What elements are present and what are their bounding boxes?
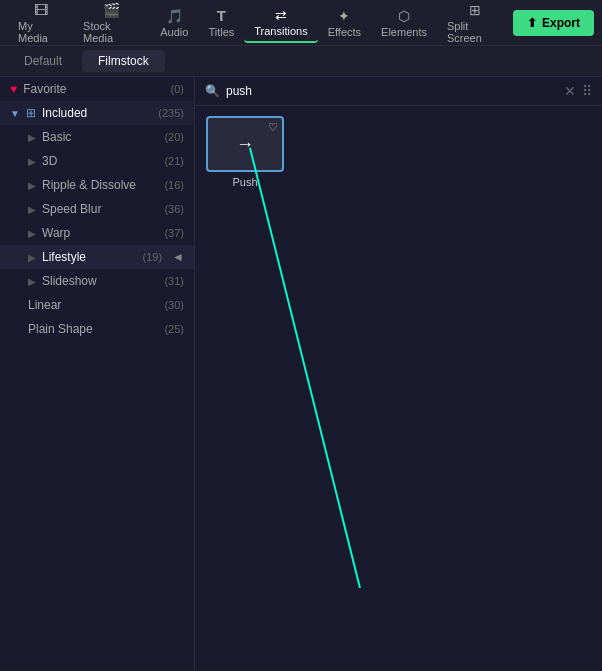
nav-audio-label: Audio [160, 26, 188, 38]
nav-my-media[interactable]: 🎞 My Media [8, 0, 73, 48]
nav-stock-media-label: Stock Media [83, 20, 140, 44]
sidebar-item-warp[interactable]: ▶ Warp (37) [0, 221, 194, 245]
search-icon: 🔍 [205, 84, 220, 98]
chevron-right-ripple-icon: ▶ [28, 180, 36, 191]
export-icon: ⬆ [527, 16, 537, 30]
sidebar-item-linear[interactable]: Linear (30) [0, 293, 194, 317]
tab-filmstock[interactable]: Filmstock [82, 50, 165, 72]
stock-media-icon: 🎬 [103, 2, 120, 18]
nav-elements-label: Elements [381, 26, 427, 38]
chevron-right-lifestyle-icon: ▶ [28, 252, 36, 263]
sidebar-ripple-label: Ripple & Dissolve [42, 178, 136, 192]
favorite-heart-icon[interactable]: ♡ [268, 121, 278, 134]
sidebar-item-favorite[interactable]: ♥ Favorite (0) [0, 77, 194, 101]
transition-card-push[interactable]: → ♡ Push [205, 116, 285, 188]
nav-transitions[interactable]: ⇄ Transitions [244, 3, 317, 43]
main-area: ♥ Favorite (0) ▼ ⊞ Included (235) ▶ Basi… [0, 77, 602, 671]
sidebar-warp-label: Warp [42, 226, 70, 240]
export-button[interactable]: ⬆ Export [513, 10, 594, 36]
effects-icon: ✦ [338, 8, 350, 24]
nav-split-screen-label: Split Screen [447, 20, 503, 44]
search-bar: 🔍 ✕ ⠿ [195, 77, 602, 106]
transition-label-push: Push [232, 176, 257, 188]
sidebar-item-basic[interactable]: ▶ Basic (20) [0, 125, 194, 149]
sidebar-slideshow-count: (31) [164, 275, 184, 287]
sidebar-linear-count: (30) [164, 299, 184, 311]
export-label: Export [542, 16, 580, 30]
chevron-right-speed-icon: ▶ [28, 204, 36, 215]
heart-icon: ♥ [10, 82, 17, 96]
sidebar-speed-count: (36) [164, 203, 184, 215]
sidebar-basic-label: Basic [42, 130, 71, 144]
sidebar-lifestyle-label: Lifestyle [42, 250, 86, 264]
chevron-right-slideshow-icon: ▶ [28, 276, 36, 287]
nav-split-screen[interactable]: ⊞ Split Screen [437, 0, 513, 48]
nav-titles-label: Titles [208, 26, 234, 38]
sidebar-item-included[interactable]: ▼ ⊞ Included (235) [0, 101, 194, 125]
elements-icon: ⬡ [398, 8, 410, 24]
sidebar-plain-shape-label: Plain Shape [28, 322, 93, 336]
grid-icon: ⊞ [26, 106, 36, 120]
transitions-icon: ⇄ [275, 7, 287, 23]
top-nav: 🎞 My Media 🎬 Stock Media 🎵 Audio T Title… [0, 0, 602, 46]
sidebar-warp-count: (37) [164, 227, 184, 239]
sidebar-included-label: Included [42, 106, 87, 120]
nav-effects[interactable]: ✦ Effects [318, 4, 371, 42]
my-media-icon: 🎞 [34, 2, 48, 18]
sidebar-item-slideshow[interactable]: ▶ Slideshow (31) [0, 269, 194, 293]
sidebar-3d-count: (21) [164, 155, 184, 167]
sidebar-item-lifestyle[interactable]: ▶ Lifestyle (19) ◄ [0, 245, 194, 269]
chevron-right-warp-icon: ▶ [28, 228, 36, 239]
sidebar: ♥ Favorite (0) ▼ ⊞ Included (235) ▶ Basi… [0, 77, 195, 671]
sidebar-linear-label: Linear [28, 298, 61, 312]
arrow-right-indicator: ◄ [172, 250, 184, 264]
tabs-row: Default Filmstock [0, 46, 602, 77]
transition-arrow-icon: → [236, 134, 254, 155]
chevron-down-icon: ▼ [10, 108, 20, 119]
sidebar-plain-shape-count: (25) [164, 323, 184, 335]
nav-elements[interactable]: ⬡ Elements [371, 4, 437, 42]
search-clear-icon[interactable]: ✕ [564, 83, 576, 99]
chevron-right-icon: ▶ [28, 132, 36, 143]
nav-transitions-label: Transitions [254, 25, 307, 37]
search-input[interactable] [226, 84, 558, 98]
transition-thumb-push[interactable]: → ♡ [206, 116, 284, 172]
sidebar-favorite-count: (0) [171, 83, 184, 95]
sidebar-3d-label: 3D [42, 154, 57, 168]
tab-default[interactable]: Default [8, 50, 78, 72]
sidebar-item-3d[interactable]: ▶ 3D (21) [0, 149, 194, 173]
sidebar-item-speed-blur[interactable]: ▶ Speed Blur (36) [0, 197, 194, 221]
sidebar-included-count: (235) [158, 107, 184, 119]
nav-audio[interactable]: 🎵 Audio [150, 4, 198, 42]
sidebar-speed-label: Speed Blur [42, 202, 101, 216]
chevron-right-3d-icon: ▶ [28, 156, 36, 167]
audio-icon: 🎵 [166, 8, 183, 24]
nav-titles[interactable]: T Titles [198, 3, 244, 42]
nav-effects-label: Effects [328, 26, 361, 38]
transitions-grid: → ♡ Push [195, 106, 602, 671]
sidebar-item-plain-shape[interactable]: Plain Shape (25) [0, 317, 194, 341]
sidebar-ripple-count: (16) [164, 179, 184, 191]
titles-icon: T [217, 7, 226, 24]
nav-stock-media[interactable]: 🎬 Stock Media [73, 0, 150, 48]
sidebar-lifestyle-count: (19) [143, 251, 163, 263]
sidebar-favorite-label: Favorite [23, 82, 66, 96]
grid-view-icon[interactable]: ⠿ [582, 83, 592, 99]
sidebar-slideshow-label: Slideshow [42, 274, 97, 288]
sidebar-item-ripple[interactable]: ▶ Ripple & Dissolve (16) [0, 173, 194, 197]
content-area: 🔍 ✕ ⠿ → ♡ Push [195, 77, 602, 671]
split-screen-icon: ⊞ [469, 2, 481, 18]
sidebar-basic-count: (20) [164, 131, 184, 143]
nav-my-media-label: My Media [18, 20, 63, 44]
